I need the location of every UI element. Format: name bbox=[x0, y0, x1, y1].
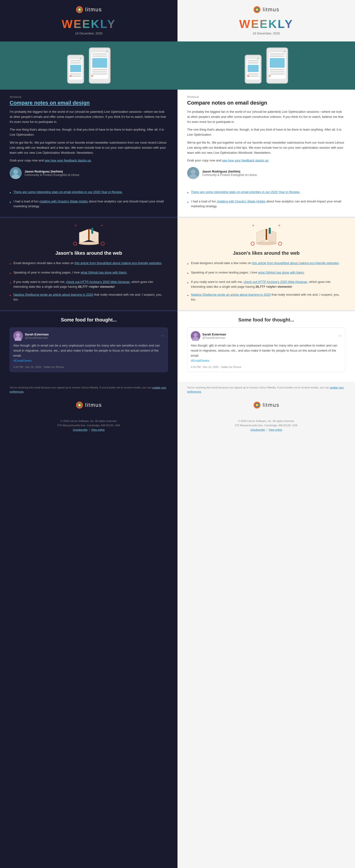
right-body-3: We've got the fix. We put together some … bbox=[187, 140, 345, 155]
wade-hobbs-link[interactable]: chatting with Oracle's Wade Hobbs bbox=[39, 199, 88, 203]
left-hero-content: ✓ ✕ ✓ ✕ bbox=[67, 48, 110, 84]
right-tweet-more-icon[interactable]: ··· bbox=[338, 334, 342, 339]
left-body-3: We've got the fix. We put together some … bbox=[10, 140, 168, 155]
left-likes-item-3: ▪ If you really want to nerd out with me… bbox=[10, 280, 168, 289]
right-likes-title: Jason's likes around the web bbox=[187, 250, 345, 256]
right-address: 675 Massachusetts Ave. Cambridge, MA 021… bbox=[187, 424, 345, 428]
right-footer-info: © 2020 Litmus Software, Inc. All rights … bbox=[178, 417, 355, 437]
right-footer-links: Unsubscribe | View online bbox=[187, 428, 345, 432]
right-tweet-author: Sarah Esterman @SarahEsterman bbox=[191, 331, 226, 341]
footer-litmus-icon-right bbox=[253, 401, 261, 409]
left-tweet-name: Sarah Esterman bbox=[25, 333, 49, 336]
right-footer-logo-mark: litmus bbox=[253, 401, 279, 409]
email-geeks-hashtag[interactable]: #EmailGeeks bbox=[13, 359, 32, 363]
right-likes-item-1: ▪ Email designers should take a few note… bbox=[187, 261, 345, 267]
phone-line bbox=[92, 55, 107, 57]
left-tweet-more-icon[interactable]: ··· bbox=[161, 334, 164, 339]
right-link-text-2: I had a load of fun chatting with Oracle… bbox=[191, 199, 345, 209]
right-hero-content: ✓ ✕ ✓ ✕ bbox=[245, 48, 288, 84]
left-address: 675 Massachusetts Ave. Cambridge, MA 021… bbox=[10, 424, 168, 428]
right-email-geeks-hashtag[interactable]: #EmailGeeks bbox=[191, 359, 209, 363]
right-phone-line bbox=[270, 69, 285, 70]
right-phone-mock-1: ✓ ✕ bbox=[245, 55, 262, 84]
right-food: Some food for thought... Sarah Esterman … bbox=[178, 311, 355, 382]
right-wade-hobbs-link[interactable]: chatting with Oracle's Wade Hobbs bbox=[217, 199, 265, 203]
right-almanac-link[interactable]: check out HTTP Archive's 2020 Web Almana… bbox=[244, 280, 307, 284]
svg-rect-7 bbox=[88, 229, 90, 240]
natalya-link[interactable]: Natalya Shelburne wrote an article about… bbox=[13, 293, 93, 297]
year-review-link[interactable]: There are some interesting stats on emai… bbox=[13, 190, 123, 194]
right-link-item-1: ▪ There are some interesting stats on em… bbox=[187, 190, 345, 196]
right-phone-line bbox=[270, 73, 285, 75]
right-year-review-link[interactable]: There are some interesting stats on emai… bbox=[191, 190, 300, 194]
right-author-avatar bbox=[187, 167, 199, 179]
left-likes-text-4: Natalya Shelburne wrote an article about… bbox=[13, 292, 168, 302]
almanac-link[interactable]: check out HTTP Archive's 2020 Web Almana… bbox=[66, 280, 130, 284]
right-likes-list: ▪ Email designers should take a few note… bbox=[187, 261, 345, 302]
svg-point-10 bbox=[79, 242, 99, 245]
feedback-link[interactable]: see how your feedback stacks up bbox=[44, 159, 91, 162]
phone-line bbox=[92, 71, 107, 72]
right-author-info: Jason Rodriguez (he/him) Community & Pro… bbox=[202, 169, 257, 177]
bullet-icon-2: ▪ bbox=[10, 199, 11, 205]
right-hero: ✓ ✕ ✓ ✕ bbox=[178, 41, 355, 90]
phone-mock-1: ✓ ✕ bbox=[67, 55, 84, 84]
right-update-prefs-link[interactable]: update your preferences bbox=[187, 386, 344, 393]
svg-point-34 bbox=[256, 242, 277, 245]
right-phone-image bbox=[248, 65, 259, 72]
right-weekly-title: WEEKLY bbox=[239, 17, 293, 31]
right-author-title: Community & Product Evangelist at Litmus bbox=[202, 173, 257, 177]
left-unsubscribe-link[interactable]: Unsubscribe bbox=[73, 428, 88, 431]
left-workbook-title-link[interactable]: Compare notes on email design bbox=[10, 100, 90, 106]
left-likes-item-4: ▪ Natalya Shelburne wrote an article abo… bbox=[10, 292, 168, 302]
tweet-avatar-svg bbox=[13, 331, 23, 341]
right-body-2: The one thing that's always irked me, th… bbox=[187, 127, 345, 137]
left-workbook-title: Compare notes on email design bbox=[10, 100, 168, 106]
left-footer-logo-text: litmus bbox=[85, 402, 102, 408]
right-bullet-icon-2: ▪ bbox=[187, 199, 189, 205]
right-likes-bullet-1: ▪ bbox=[187, 261, 189, 267]
right-github-link[interactable]: what GitHub has done with theirs bbox=[258, 271, 304, 274]
left-food-title: Some food for thought... bbox=[10, 317, 168, 323]
left-logo: litmus bbox=[76, 6, 102, 13]
right-copyright: © 2020 Litmus Software, Inc. All rights … bbox=[187, 419, 345, 424]
left-workbook-tag: Workbook bbox=[10, 95, 168, 98]
left-footer-info: © 2020 Litmus Software, Inc. All rights … bbox=[0, 417, 178, 437]
left-link-item-1: ▪ There are some interesting stats on em… bbox=[10, 190, 168, 196]
book-svg-right bbox=[252, 225, 281, 247]
right-tweet-body: Also though: gifs in email can be a very… bbox=[191, 343, 342, 363]
phone-line bbox=[70, 62, 81, 64]
right-check-icon: ✓ bbox=[257, 57, 260, 61]
right-header: litmus WEEKLY 16 December, 2020 bbox=[178, 0, 355, 41]
right-phone-mock-2: ✓ ✕ bbox=[266, 48, 288, 84]
left-link-item-2: ▪ I had a load of fun chatting with Orac… bbox=[10, 199, 168, 209]
right-thoughtbot-link[interactable]: this article from thoughtbot about makin… bbox=[252, 261, 339, 265]
left-footer-logo-mark: litmus bbox=[76, 401, 102, 409]
github-link[interactable]: what GitHub has done with theirs bbox=[81, 271, 127, 274]
left-update-prefs-link[interactable]: update your preferences bbox=[10, 386, 166, 393]
right-likes-text-1: Email designers should take a few notes … bbox=[191, 261, 340, 266]
likes-bullet-1: ▪ bbox=[10, 261, 11, 267]
right-feedback-link[interactable]: see how your feedback stacks up bbox=[222, 159, 268, 162]
left-body-4: Grab your copy now and see how your feed… bbox=[10, 158, 168, 163]
right-likes-text-2: Speaking of year in review landing pages… bbox=[191, 270, 305, 275]
right-panel: litmus WEEKLY 16 December, 2020 ✓ ✕ bbox=[178, 0, 355, 868]
left-copyright: © 2020 Litmus Software, Inc. All rights … bbox=[10, 419, 168, 424]
right-phone-line bbox=[270, 55, 285, 57]
svg-point-5 bbox=[13, 169, 18, 174]
left-view-online-link[interactable]: View online bbox=[91, 428, 105, 431]
deco-circle-left-br bbox=[101, 242, 104, 246]
right-x-icon-2: ✕ bbox=[268, 74, 271, 78]
right-unsubscribe-link[interactable]: Unsubscribe bbox=[250, 428, 265, 431]
svg-point-23 bbox=[79, 405, 80, 406]
book-illustration-right: + + bbox=[252, 225, 281, 248]
right-natalya-link[interactable]: Natalya Shelburne wrote an article about… bbox=[191, 293, 271, 297]
left-footer-links: Unsubscribe | View online bbox=[10, 428, 168, 432]
right-logo-text: litmus bbox=[263, 6, 279, 13]
right-footer-logo: litmus bbox=[178, 397, 355, 417]
right-tweet-name: Sarah Esterman bbox=[202, 333, 226, 336]
right-view-online-link[interactable]: View online bbox=[269, 428, 282, 431]
thoughtbot-link[interactable]: this article from thoughtbot about makin… bbox=[75, 261, 161, 265]
left-link-text-1: There are some interesting stats on emai… bbox=[13, 190, 123, 194]
check-icon-2: ✓ bbox=[106, 50, 108, 54]
